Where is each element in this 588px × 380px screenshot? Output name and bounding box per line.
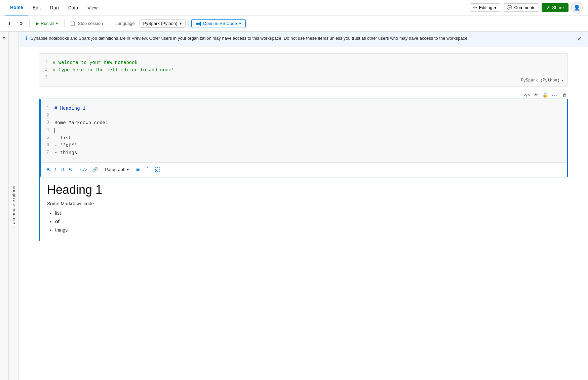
code-text-1-1: # Welcome to your new notebook: [53, 59, 138, 66]
info-banner: Synapse notebooks and Spark job definiti…: [19, 32, 588, 46]
stop-icon: [71, 22, 75, 26]
md-toolbar-sep-3: [132, 167, 132, 173]
cell-preview-icon[interactable]: 👁: [534, 93, 538, 98]
md-italic-button[interactable]: I: [53, 166, 57, 173]
md-code-1: # Heading 1: [54, 105, 85, 112]
cells-container: 1 # Welcome to your new notebook 2 # Typ…: [19, 46, 588, 253]
comments-label: Comments: [514, 5, 535, 10]
content-area: Synapse notebooks and Spark job definiti…: [19, 32, 588, 380]
paragraph-chevron-icon: [127, 167, 129, 172]
sidebar-toggle-button[interactable]: [0, 32, 9, 380]
share-icon: [546, 5, 550, 10]
language-dropdown[interactable]: PySpark (Python): [140, 19, 186, 28]
line-num-1: 1: [39, 59, 53, 66]
md-line-7: 7 - things: [41, 149, 562, 157]
markdown-cell-2[interactable]: 1 # Heading 1 2 3 Some Markdown code:: [40, 99, 568, 177]
cell-code-icon[interactable]: </>: [524, 93, 530, 98]
preview-paragraph: Some Markdown code:: [47, 201, 561, 206]
preview-list: list of things: [47, 209, 561, 235]
settings-icon: [19, 21, 23, 26]
lakehouse-sidebar: Lakehouse explorer: [9, 32, 19, 380]
cell-delete-icon[interactable]: 🗑: [562, 93, 566, 98]
open-vscode-label: Open in VS Code: [203, 21, 237, 26]
code-line-1-3: 3: [39, 74, 562, 81]
comments-button[interactable]: Comments: [503, 3, 539, 12]
toolbar-separator-4: [188, 20, 189, 28]
play-icon: [36, 21, 39, 26]
md-code-7: - things: [54, 149, 77, 157]
editing-label: Editing: [479, 5, 493, 10]
md-line-4: 4: [41, 127, 562, 134]
toolbar-download-button[interactable]: [4, 19, 14, 28]
md-strikethrough-button[interactable]: S: [67, 166, 73, 173]
md-line-num-1: 1: [41, 105, 54, 112]
md-code-button[interactable]: </>: [79, 167, 89, 173]
lakehouse-label: Lakehouse explorer: [11, 185, 16, 227]
menu-item-edit[interactable]: Edit: [28, 0, 45, 15]
list-item-2: of: [55, 217, 561, 226]
md-code-3: Some Markdown code:: [54, 119, 108, 127]
code-cell-1[interactable]: 1 # Welcome to your new notebook 2 # Typ…: [39, 53, 568, 87]
close-banner-button[interactable]: [577, 36, 581, 42]
md-ul-button[interactable]: ≡: [135, 165, 141, 174]
menu-item-data[interactable]: Data: [64, 0, 83, 15]
vscode-chevron-icon: [239, 21, 241, 26]
open-vscode-button[interactable]: Open in VS Code: [191, 19, 246, 28]
md-line-num-2: 2: [41, 112, 54, 119]
toolbar-separator-1: [29, 20, 30, 28]
language-label: Language: [112, 19, 138, 28]
md-code-5: - list: [54, 134, 71, 142]
collapse-icon: [3, 35, 6, 41]
menu-bar: Home Edit Run Data View Editing Comments…: [0, 0, 588, 15]
toolbar-separator-3: [109, 20, 109, 28]
md-toolbar-sep-1: [76, 167, 76, 173]
line-num-3: 3: [39, 74, 53, 81]
share-label: Share: [552, 5, 564, 10]
code-text-1-2: # Type here in the cell editor to add co…: [53, 66, 174, 74]
editing-button[interactable]: Editing: [470, 3, 501, 12]
preview-heading: Heading 1: [47, 183, 561, 197]
menu-item-view[interactable]: View: [83, 0, 102, 15]
md-toolbar-sep-2: [102, 167, 102, 173]
list-item-1: list: [55, 209, 561, 217]
run-all-button[interactable]: Run all: [32, 19, 62, 28]
run-all-label: Run all: [41, 21, 54, 26]
line-num-2: 2: [39, 66, 53, 73]
markdown-toolbar: B I U S </> 🔗 Paragraph: [41, 162, 567, 177]
md-link-button[interactable]: 🔗: [91, 166, 99, 173]
cell-1-lang[interactable]: PySpark (Python): [521, 78, 563, 83]
md-line-num-5: 5: [41, 134, 54, 141]
text-cursor: [54, 128, 55, 133]
menu-item-run[interactable]: Run: [45, 0, 64, 15]
paragraph-label: Paragraph: [105, 167, 125, 172]
download-icon: [7, 21, 11, 26]
pencil-icon: [473, 5, 477, 10]
chevron-down-icon: [494, 5, 497, 10]
markdown-preview: Heading 1 Some Markdown code: list of th…: [40, 177, 568, 241]
md-ol-button[interactable]: ⋮: [143, 165, 152, 174]
md-underline-button[interactable]: U: [59, 166, 65, 173]
toolbar-settings-button[interactable]: [16, 19, 27, 28]
md-line-num-3: 3: [41, 119, 54, 126]
menu-bar-right: Editing Comments Share: [470, 2, 583, 13]
cell-1-lang-chevron: [561, 78, 563, 83]
toolbar: Run all Stop session Language PySpark (P…: [0, 15, 588, 32]
md-image-button[interactable]: 🖼: [154, 166, 161, 173]
share-button[interactable]: Share: [542, 3, 569, 12]
cell-1-content: 1 # Welcome to your new notebook 2 # Typ…: [39, 54, 567, 87]
cell-more-icon[interactable]: ···: [552, 92, 558, 98]
avatar[interactable]: [571, 2, 583, 13]
md-line-3: 3 Some Markdown code:: [41, 119, 562, 127]
menu-item-home[interactable]: Home: [5, 0, 28, 15]
md-line-6: 6 - **of**: [41, 142, 562, 149]
stop-session-label: Stop session: [78, 21, 103, 26]
comment-icon: [507, 5, 512, 10]
stop-session-button[interactable]: Stop session: [67, 19, 106, 28]
paragraph-dropdown[interactable]: Paragraph: [105, 167, 129, 172]
md-bold-button[interactable]: B: [45, 166, 51, 173]
markdown-editor[interactable]: 1 # Heading 1 2 3 Some Markdown code:: [41, 99, 567, 162]
cell-2-with-bar: 1 # Heading 1 2 3 Some Markdown code:: [39, 99, 568, 241]
list-item-3: things: [55, 226, 561, 234]
info-icon: [26, 36, 27, 41]
cell-lock-icon[interactable]: 🔒: [542, 93, 548, 98]
